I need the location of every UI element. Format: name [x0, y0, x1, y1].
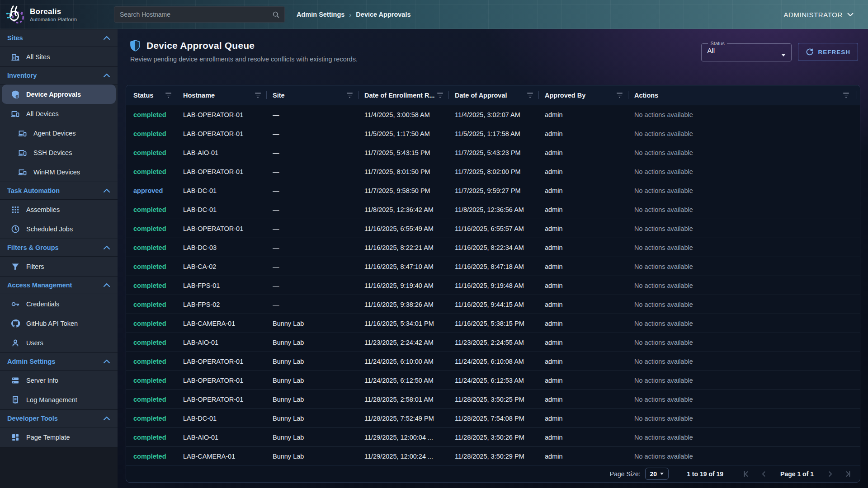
hostname-cell: LAB-CAMERA-01: [183, 453, 273, 460]
refresh-button[interactable]: REFRESH: [798, 43, 858, 61]
last-page-icon[interactable]: [844, 470, 852, 478]
status-cell: completed: [133, 320, 183, 327]
table-row[interactable]: completed LAB-CAMERA-01 Bunny Lab 11/29/…: [126, 447, 860, 465]
actions-cell: No actions available: [634, 434, 860, 441]
status-cell: completed: [133, 301, 183, 308]
next-page-icon[interactable]: [827, 470, 834, 478]
user-menu[interactable]: ADMINISTRATOR: [783, 11, 854, 19]
sidebar: Sites All Sites Inventory Device Approva…: [0, 29, 118, 488]
column-header-enrollment-date[interactable]: Date of Enrollment R...: [364, 85, 455, 105]
filter-icon[interactable]: [527, 93, 533, 97]
sidebar-item-device-approvals[interactable]: Device Approvals: [2, 84, 116, 104]
filter-icon[interactable]: [255, 93, 261, 97]
table-row[interactable]: completed LAB-CA-02 — 11/16/2025, 8:47:1…: [126, 257, 860, 276]
filter-icon[interactable]: [843, 93, 849, 97]
sidebar-item-agent-devices[interactable]: Agent Devices: [0, 123, 118, 143]
column-header-approval-date[interactable]: Date of Approval: [455, 85, 545, 105]
approval-date-cell: 11/28/2025, 7:54:08 PM: [455, 415, 545, 422]
table-row[interactable]: completed LAB-CAMERA-01 Bunny Lab 11/16/…: [126, 314, 860, 333]
sidebar-section-label: Filters & Groups: [7, 244, 59, 251]
site-cell: Bunny Lab: [273, 358, 364, 365]
status-cell: completed: [133, 206, 183, 213]
hostname-cell: LAB-DC-01: [183, 187, 273, 194]
server-icon: [11, 376, 20, 385]
previous-page-icon[interactable]: [760, 470, 767, 478]
sidebar-item-ssh-devices[interactable]: SSH Devices: [0, 143, 118, 162]
sidebar-item-label: Log Management: [26, 396, 77, 404]
sidebar-section-admin-settings[interactable]: Admin Settings: [0, 352, 118, 371]
approval-date-cell: 11/7/2025, 8:02:00 PM: [455, 168, 545, 175]
sidebar-item-users[interactable]: Users: [0, 333, 118, 352]
sidebar-item-assemblies[interactable]: Assemblies: [0, 200, 118, 219]
github-icon: [11, 319, 20, 328]
table-row[interactable]: completed LAB-DC-01 — 11/8/2025, 12:36:4…: [126, 200, 860, 219]
table-row[interactable]: completed LAB-OPERATOR-01 — 11/5/2025, 1…: [126, 124, 860, 143]
sidebar-section-access-management[interactable]: Access Management: [0, 276, 118, 294]
approval-date-cell: 11/4/2025, 3:02:07 AM: [455, 111, 545, 118]
sidebar-item-github-api-token[interactable]: GitHub API Token: [0, 314, 118, 333]
search-icon[interactable]: [272, 11, 280, 19]
column-header-approved-by[interactable]: Approved By: [545, 85, 634, 105]
sidebar-section-inventory[interactable]: Inventory: [0, 66, 118, 84]
sidebar-item-page-template[interactable]: Page Template: [0, 427, 118, 447]
sidebar-item-filters[interactable]: Filters: [0, 257, 118, 276]
sidebar-item-winrm-devices[interactable]: WinRM Devices: [0, 162, 118, 182]
actions-cell: No actions available: [634, 168, 860, 175]
site-cell: —: [273, 263, 364, 270]
sidebar-section-developer-tools[interactable]: Developer Tools: [0, 409, 118, 427]
sidebar-section-filters-groups[interactable]: Filters & Groups: [0, 239, 118, 257]
sidebar-item-label: Users: [26, 339, 43, 347]
approved-by-cell: admin: [545, 111, 634, 118]
table-row[interactable]: completed LAB-DC-03 — 11/16/2025, 8:22:2…: [126, 238, 860, 257]
site-cell: Bunny Lab: [273, 415, 364, 422]
table-row[interactable]: completed LAB-FPS-01 — 11/16/2025, 9:19:…: [126, 276, 860, 295]
sidebar-item-scheduled-jobs[interactable]: Scheduled Jobs: [0, 219, 118, 239]
status-filter-select[interactable]: Status All: [701, 41, 792, 61]
filter-icon[interactable]: [347, 93, 353, 97]
table-row[interactable]: completed LAB-AIO-01 Bunny Lab 11/29/202…: [126, 428, 860, 447]
approval-date-cell: 11/7/2025, 9:59:27 PM: [455, 187, 545, 194]
table-row[interactable]: completed LAB-FPS-02 — 11/16/2025, 9:38:…: [126, 295, 860, 314]
enrollment-date-cell: 11/16/2025, 8:22:21 AM: [364, 244, 455, 251]
chevron-up-icon: [103, 283, 110, 287]
column-header-status[interactable]: Status: [133, 85, 183, 105]
table-row[interactable]: completed LAB-OPERATOR-01 Bunny Lab 11/2…: [126, 371, 860, 390]
sidebar-item-server-info[interactable]: Server Info: [0, 371, 118, 390]
approved-by-cell: admin: [545, 263, 634, 270]
breadcrumb-device-approvals[interactable]: Device Approvals: [356, 11, 410, 18]
page-size-select[interactable]: 20: [645, 468, 669, 480]
first-page-icon[interactable]: [742, 470, 750, 478]
table-row[interactable]: approved LAB-DC-01 — 11/7/2025, 9:58:50 …: [126, 181, 860, 200]
search-input[interactable]: [120, 11, 272, 18]
column-header-hostname[interactable]: Hostname: [183, 85, 273, 105]
sidebar-item-log-management[interactable]: Log Management: [0, 390, 118, 409]
table-row[interactable]: completed LAB-OPERATOR-01 — 11/16/2025, …: [126, 219, 860, 238]
column-header-site[interactable]: Site: [273, 85, 364, 105]
table-row[interactable]: completed LAB-DC-01 Bunny Lab 11/28/2025…: [126, 409, 860, 428]
approved-by-cell: admin: [545, 225, 634, 232]
refresh-label: REFRESH: [818, 49, 850, 56]
table-row[interactable]: completed LAB-OPERATOR-01 Bunny Lab 11/2…: [126, 390, 860, 409]
filter-icon[interactable]: [437, 93, 443, 97]
sidebar-section-task-automation[interactable]: Task Automation: [0, 182, 118, 200]
table-row[interactable]: completed LAB-AIO-01 Bunny Lab 11/23/202…: [126, 333, 860, 352]
filter-icon[interactable]: [617, 93, 623, 97]
filter-icon[interactable]: [165, 93, 171, 97]
hostname-cell: LAB-CA-02: [183, 263, 273, 270]
status-cell: completed: [133, 358, 183, 365]
breadcrumb-admin-settings[interactable]: Admin Settings: [297, 11, 344, 18]
shield-check-icon: [11, 90, 20, 99]
site-cell: —: [273, 168, 364, 175]
hostname-cell: LAB-OPERATOR-01: [183, 358, 273, 365]
column-header-actions[interactable]: Actions: [634, 85, 860, 105]
sidebar-item-all-devices[interactable]: All Devices: [0, 104, 118, 123]
sidebar-item-credentials[interactable]: Credentials: [0, 294, 118, 314]
search-box[interactable]: [114, 6, 285, 23]
table-row[interactable]: completed LAB-OPERATOR-01 — 11/7/2025, 8…: [126, 162, 860, 181]
table-row[interactable]: completed LAB-OPERATOR-01 Bunny Lab 11/2…: [126, 352, 860, 371]
sidebar-item-all-sites[interactable]: All Sites: [0, 47, 118, 66]
sidebar-section-sites[interactable]: Sites: [0, 29, 118, 47]
table-row[interactable]: completed LAB-OPERATOR-01 — 11/4/2025, 3…: [126, 105, 860, 124]
hostname-cell: LAB-OPERATOR-01: [183, 377, 273, 384]
table-row[interactable]: completed LAB-AIO-01 — 11/7/2025, 5:43:1…: [126, 143, 860, 162]
